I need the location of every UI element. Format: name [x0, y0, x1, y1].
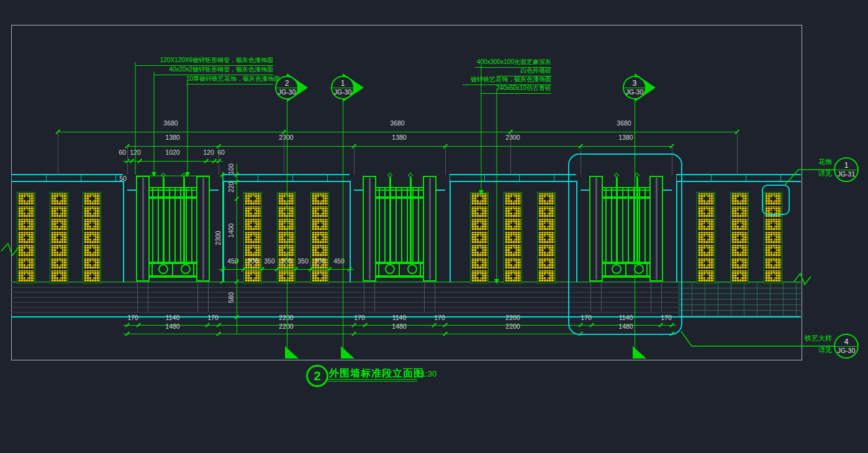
flower-block: ✚	[51, 270, 67, 282]
pier-extension	[374, 281, 375, 311]
flower-block: ✚	[84, 245, 100, 257]
extension-line	[219, 147, 219, 175]
callout-sheet: JG-31	[838, 171, 856, 178]
callout-label: 花饰	[805, 157, 832, 167]
dim-label-vertical: 2300	[214, 231, 222, 245]
flower-block: ✚	[312, 219, 328, 231]
dim-line	[127, 146, 672, 147]
dim-label: 1140	[392, 314, 407, 321]
fence-bar	[418, 187, 419, 262]
wall-edge	[450, 181, 451, 282]
dim-label: 1480	[165, 323, 179, 330]
flower-panel: ✚✚✚✚✚✚✚	[697, 192, 715, 283]
pier-extension	[364, 281, 364, 311]
flower-panel: ✚✚✚✚✚✚✚	[50, 192, 68, 283]
fence-upper-rail	[150, 196, 196, 199]
fence-bar	[384, 187, 386, 262]
ring-ornament	[407, 264, 417, 274]
finial-bar	[389, 178, 391, 262]
flower-block: ✚	[18, 245, 34, 257]
dim-line-vertical	[237, 163, 237, 334]
drawing-scale: 1:30	[421, 369, 436, 378]
fence-top-rail	[150, 187, 196, 191]
dim-label: 2200	[279, 314, 293, 321]
flower-block: ✚	[51, 219, 67, 231]
ring-band-bar	[151, 264, 153, 275]
callout-bubble-ironwork[interactable]: 4 JG-30	[834, 334, 859, 359]
flower-block: ✚	[245, 245, 261, 257]
flower-block: ✚	[505, 245, 521, 257]
post-shade	[369, 178, 371, 280]
flower-block: ✚	[731, 219, 748, 231]
fence-bar	[379, 187, 380, 262]
flower-block: ✚	[84, 270, 100, 282]
flower-block: ✚	[471, 193, 487, 205]
flower-block: ✚	[765, 270, 781, 282]
pier-cap	[436, 190, 445, 191]
flower-block: ✚	[471, 232, 487, 244]
flower-block: ✚	[505, 193, 521, 205]
post-shade	[429, 178, 431, 280]
dim-label: 3680	[163, 119, 178, 127]
flower-block: ✚	[245, 206, 261, 218]
fence-top-rail	[376, 187, 423, 191]
cad-viewport[interactable]: ✚✚✚✚✚✚✚✚✚✚✚✚✚✚✚✚✚✚✚✚✚✚✚✚✚✚✚✚✚✚✚✚✚✚✚✚✚✚✚✚…	[0, 0, 868, 453]
dim-label: 2300	[279, 134, 293, 141]
flower-block: ✚	[731, 270, 748, 282]
detail-number: 3	[633, 80, 637, 87]
detail-bubble[interactable]: 3 JG-30	[623, 76, 646, 99]
flower-block: ✚	[278, 206, 294, 218]
flower-block: ✚	[731, 245, 748, 257]
extension-line	[58, 133, 58, 175]
dim-label: 60	[119, 149, 126, 156]
brick-hatch-band	[679, 282, 801, 316]
detail-bubble[interactable]: 2 JG-30	[275, 76, 299, 99]
flower-block: ✚	[471, 219, 487, 231]
flower-block: ✚	[765, 219, 781, 231]
flower-block: ✚	[312, 193, 328, 205]
fence-bar	[186, 187, 187, 262]
dim-line	[219, 269, 354, 270]
callout-label: 铁艺大样	[800, 334, 832, 343]
callout-bubble-flower[interactable]: 1 JG-31	[834, 157, 859, 182]
fence-bar	[191, 187, 192, 262]
leaf-finial-icon	[161, 173, 166, 178]
section-cut-line	[287, 99, 287, 359]
flower-block: ✚	[505, 258, 521, 270]
flower-block: ✚	[18, 193, 34, 205]
dim-label: 1140	[166, 314, 180, 321]
dim-line-vertical	[222, 172, 223, 281]
finial-bar	[410, 178, 412, 262]
flower-panel: ✚✚✚✚✚✚✚	[83, 192, 101, 283]
dim-label: 200	[314, 257, 325, 265]
extension-line	[354, 147, 355, 175]
section-cut-line	[343, 99, 343, 359]
dim-label: 2200	[279, 323, 293, 330]
dim-label: 2300	[505, 134, 520, 141]
dim-label: 1380	[618, 134, 633, 141]
flower-block: ✚	[538, 258, 554, 270]
ring-ornament	[158, 264, 168, 274]
flower-block: ✚	[84, 219, 100, 231]
flower-block: ✚	[51, 206, 67, 218]
flower-block: ✚	[84, 232, 100, 244]
extension-line	[510, 133, 511, 175]
pier-cap	[127, 190, 136, 191]
drawing-title: 外围墙标准段立面图	[329, 367, 424, 380]
detail-sheet: JG-30	[626, 89, 644, 96]
dim-label: 170	[434, 314, 445, 321]
fence-section	[354, 173, 445, 325]
flower-block: ✚	[51, 245, 67, 257]
flower-block: ✚	[765, 245, 781, 257]
flower-block-highlight	[762, 185, 790, 215]
flower-block: ✚	[538, 206, 554, 218]
pier-extension	[208, 281, 209, 311]
leaf-finial-icon	[408, 173, 413, 178]
dim-label-vertical: 220	[227, 181, 235, 193]
detail-bubble[interactable]: 1 JG-30	[331, 76, 355, 99]
fence-bar	[401, 187, 402, 262]
ring-ornament	[181, 264, 191, 274]
ring-ornament	[385, 264, 395, 274]
dim-label: 170	[207, 314, 219, 321]
pier-extension	[424, 281, 425, 311]
